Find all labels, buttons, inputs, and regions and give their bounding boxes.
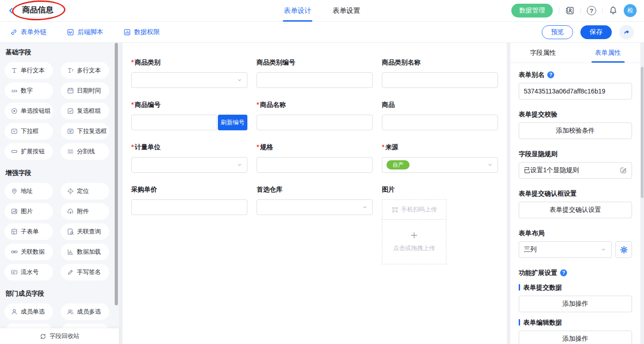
form-field[interactable]: *来源自产 (382, 142, 498, 173)
save-button[interactable]: 保存 (580, 25, 612, 39)
field-item-datetime[interactable]: 日期时间 (61, 82, 109, 99)
bell-icon[interactable] (609, 6, 618, 15)
refresh-number-button[interactable]: 刷新编号 (218, 115, 247, 130)
field-label: *商品类别 (131, 58, 247, 67)
tab-field-properties[interactable]: 字段属性 (510, 43, 575, 63)
field-item-serial-number[interactable]: 流水号 (5, 264, 53, 280)
extension-settings-label: 功能扩展设置 (519, 268, 557, 277)
field-item-linked-query[interactable]: 关联查询 (61, 223, 109, 240)
backend-script-link[interactable]: 后端脚本 (67, 28, 103, 36)
sidebar-group-title: 基础字段 (6, 48, 114, 57)
select-input[interactable]: 自产 (382, 157, 498, 173)
text-input[interactable] (257, 157, 373, 173)
submit-confirm-button[interactable]: 表单提交确认设置 (519, 202, 632, 218)
location-icon (67, 187, 74, 195)
field-item-label: 成员单选 (21, 308, 45, 316)
data-load-icon (67, 248, 74, 256)
field-item-multi-line-text[interactable]: 多行文本 (61, 62, 109, 79)
help-icon[interactable] (560, 269, 567, 276)
share-button[interactable] (619, 25, 634, 40)
form-field[interactable]: *商品编号刷新编号 (131, 100, 247, 130)
recycle-label: 字段回收站 (50, 332, 80, 340)
help-icon[interactable] (547, 71, 554, 78)
window-scrollbar[interactable] (641, 67, 644, 198)
field-item-dropdown-multi[interactable]: 下拉复选框 (61, 123, 109, 140)
form-external-link[interactable]: 表单外链 (10, 28, 47, 36)
field-item-linked-data[interactable]: 关联数据 (5, 244, 53, 260)
form-field[interactable]: 图片手机扫码上传点击或拖拽上传 (382, 185, 498, 264)
drag-upload-label: 点击或拖拽上传 (393, 244, 435, 252)
add-submit-action-button[interactable]: 添加操作 (519, 296, 632, 312)
field-item-number[interactable]: 123数字 (5, 82, 53, 99)
submit-data-label: 表单提交数据 (523, 283, 562, 292)
select-input[interactable] (131, 72, 247, 88)
text-input[interactable] (131, 199, 247, 215)
form-field[interactable]: *商品名称 (257, 100, 373, 130)
field-item-single-line-text[interactable]: 单行文本 (5, 62, 53, 79)
select-input[interactable] (131, 157, 247, 173)
field-item-subform[interactable]: 子表单 (5, 223, 53, 240)
recycle-icon (40, 333, 47, 340)
link-icon (10, 29, 18, 36)
field-label: *来源 (382, 142, 498, 152)
field-item-member-single[interactable]: 成员单选 (5, 303, 53, 320)
avatar[interactable]: 检 (624, 4, 637, 17)
text-input[interactable] (131, 115, 217, 130)
field-item-label: 分割线 (77, 147, 95, 156)
field-item-signature[interactable]: 手写签名 (61, 264, 109, 280)
field-item-dropdown[interactable]: 下拉框 (5, 123, 53, 140)
image-icon (11, 208, 18, 215)
scan-upload-cell[interactable]: 手机扫码上传 (382, 199, 446, 220)
contacts-icon[interactable] (565, 6, 574, 15)
form-field[interactable]: *规格 (257, 142, 373, 173)
form-field[interactable]: 商品类别编号 (257, 58, 373, 88)
form-field[interactable]: 商品类别名称 (382, 58, 498, 88)
field-recycle-bin[interactable]: 字段回收站 (0, 328, 119, 344)
field-item-radio-group[interactable]: 单选按钮组 (5, 103, 53, 119)
required-star: * (131, 143, 134, 151)
form-field[interactable]: 商品 (382, 100, 498, 130)
field-item-location[interactable]: 定位 (61, 183, 109, 199)
field-item-member-multi[interactable]: 成员多选 (61, 303, 109, 320)
drag-upload-cell[interactable]: 点击或拖拽上传 (382, 219, 446, 264)
field-item-data-load[interactable]: 数据加载 (61, 244, 109, 260)
field-item-divider-line[interactable]: 分割线 (61, 143, 109, 160)
form-field[interactable]: *商品类别 (131, 58, 247, 88)
help-icon[interactable] (587, 6, 596, 15)
text-input[interactable] (257, 115, 373, 130)
data-permission-link[interactable]: 数据权限 (123, 28, 160, 36)
script-icon (67, 29, 74, 36)
tab-form-settings[interactable]: 表单设置 (333, 0, 360, 22)
linked-data-icon (11, 248, 18, 256)
add-edit-action-button[interactable]: 添加操作 (519, 331, 632, 344)
text-input[interactable] (257, 72, 373, 88)
field-item-extension-button[interactable]: 扩展按钮 (5, 143, 53, 160)
back-icon[interactable] (7, 7, 15, 14)
data-manage-button[interactable]: 数据管理 (511, 4, 553, 17)
form-field[interactable]: 采购单价 (131, 185, 247, 264)
add-validation-button[interactable]: 添加校验条件 (519, 122, 632, 139)
submit-validation-label: 表单提交校验 (519, 110, 557, 119)
form-field[interactable]: 首选仓库 (257, 185, 373, 264)
field-item-image[interactable]: 图片 (5, 203, 53, 220)
layout-select[interactable]: 三列 (519, 241, 612, 258)
visibility-rules-box[interactable]: 已设置1个显隐规则 (519, 162, 632, 179)
field-item-address[interactable]: 地址 (5, 183, 53, 199)
number-icon: 123 (11, 87, 18, 94)
edit-icon[interactable] (620, 167, 627, 174)
field-item-checkbox-group[interactable]: 复选框组 (61, 103, 109, 119)
divider (580, 7, 581, 14)
subform-icon (11, 228, 18, 235)
text-input[interactable] (382, 115, 498, 130)
select-input[interactable] (257, 199, 373, 215)
tab-form-design[interactable]: 表单设计 (284, 0, 311, 22)
field-item-label: 单行文本 (21, 66, 45, 75)
field-item-attachment[interactable]: 附件 (61, 203, 109, 220)
form-alias-input[interactable] (519, 83, 632, 99)
sidebar-scrollbar[interactable] (115, 43, 118, 305)
preview-button[interactable]: 预览 (542, 25, 573, 39)
tab-form-properties[interactable]: 表单属性 (575, 43, 640, 63)
form-field[interactable]: *计量单位 (131, 142, 247, 173)
layout-settings-button[interactable] (615, 241, 632, 258)
text-input[interactable] (382, 72, 498, 88)
